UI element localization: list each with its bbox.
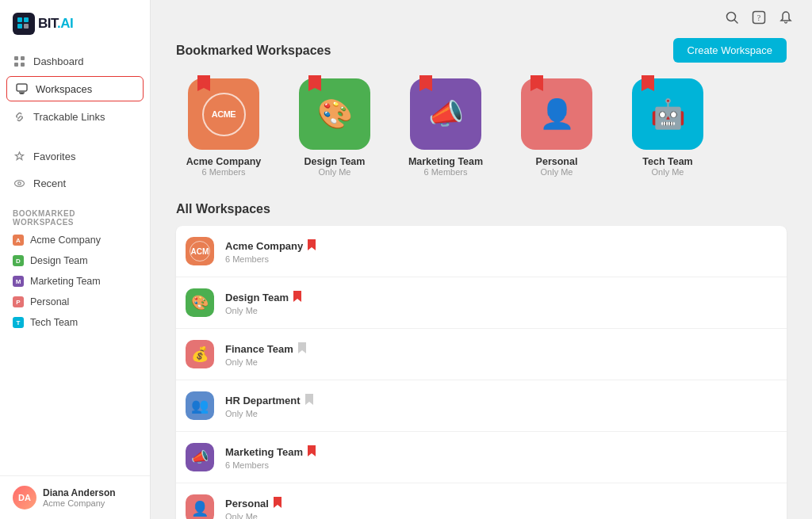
top-bar: ?	[151, 0, 812, 38]
list-item-finance[interactable]: 💰 Finance Team Only Me	[176, 329, 787, 380]
user-info: Diana Anderson Acme Company	[43, 487, 116, 508]
bookmark-badge-acme	[197, 75, 210, 91]
bookmarked-cards-list: ACME Acme Company 6 Members 🎨 Design Tea…	[176, 78, 787, 177]
nav-workspaces-label: Workspaces	[36, 83, 92, 95]
svg-rect-7	[21, 63, 25, 67]
sidebar-design-label: Design Team	[30, 255, 88, 266]
nav-favorites[interactable]: Favorites	[0, 143, 150, 170]
create-workspace-button[interactable]: Create Workspace	[673, 38, 787, 63]
card-tech[interactable]: 🤖 Tech Team Only Me	[620, 78, 715, 177]
all-workspaces-title: All Workspaces	[176, 202, 787, 216]
svg-rect-8	[17, 84, 27, 91]
svg-text:?: ?	[757, 13, 761, 22]
list-finance-icon: 💰	[186, 340, 214, 368]
card-tech-meta: Only Me	[652, 167, 684, 177]
bookmarked-header: Bookmarked Workspaces Create Workspace	[176, 38, 787, 63]
user-profile[interactable]: DA Diana Anderson Acme Company	[0, 475, 150, 519]
logo-icon	[13, 13, 35, 35]
nav-trackable-links-label: Trackable Links	[33, 111, 105, 123]
workspaces-icon	[15, 82, 28, 95]
personal-bookmark-icon	[274, 497, 282, 510]
list-design-name: Design Team	[225, 291, 777, 304]
search-icon[interactable]	[725, 10, 739, 28]
card-tech-name: Tech Team	[642, 156, 692, 167]
card-design-name: Design Team	[304, 156, 366, 167]
bookmark-badge-marketing	[419, 75, 432, 91]
list-design-meta: Only Me	[225, 306, 777, 315]
list-personal-name: Personal	[225, 497, 777, 510]
sidebar-tech-label: Tech Team	[30, 317, 78, 328]
hr-bookmark-icon	[305, 394, 313, 407]
card-personal-meta: Only Me	[541, 167, 573, 177]
list-item-acme[interactable]: ACM Acme Company 6 Members	[176, 226, 787, 277]
card-marketing-meta: 6 Members	[423, 167, 467, 177]
acme-bookmark-icon	[308, 239, 316, 253]
primary-nav: Dashboard Workspaces Trackable Links	[0, 44, 150, 133]
sidebar-personal-label: Personal	[30, 296, 69, 307]
all-workspaces-list: ACM Acme Company 6 Members 🎨 Design Team	[176, 226, 787, 519]
list-finance-name: Finance Team	[225, 342, 777, 356]
list-acme-name: Acme Company	[225, 239, 777, 253]
card-acme-meta: 6 Members	[201, 167, 245, 177]
tech-icon: 🤖	[650, 97, 686, 131]
tech-dot: T	[13, 317, 24, 328]
list-item-design[interactable]: 🎨 Design Team Only Me	[176, 277, 787, 329]
user-avatar: DA	[13, 486, 36, 509]
card-marketing[interactable]: 📣 Marketing Team 6 Members	[398, 78, 493, 177]
eye-icon	[13, 177, 25, 189]
list-acme-icon: ACM	[186, 237, 214, 265]
list-finance-meta: Only Me	[225, 357, 777, 367]
acme-icon: ACME	[202, 93, 246, 136]
list-marketing-info: Marketing Team 6 Members	[225, 445, 777, 470]
list-personal-icon: 👤	[186, 494, 214, 519]
card-design-meta: Only Me	[319, 167, 351, 177]
list-marketing-meta: 6 Members	[225, 460, 777, 470]
logo: BIT.AI	[0, 0, 150, 44]
sidebar-marketing-label: Marketing Team	[30, 276, 101, 287]
sidebar-item-acme[interactable]: A Acme Company	[0, 230, 150, 250]
logo-text: BIT.AI	[38, 16, 73, 32]
nav-dashboard[interactable]: Dashboard	[0, 48, 150, 74]
list-marketing-name: Marketing Team	[225, 445, 777, 459]
card-personal-name: Personal	[536, 156, 578, 167]
card-acme[interactable]: ACME Acme Company 6 Members	[176, 78, 271, 177]
bookmark-badge-tech	[642, 75, 654, 91]
nav-workspaces[interactable]: Workspaces	[6, 76, 144, 101]
nav-favorites-label: Favorites	[33, 151, 75, 162]
svg-rect-5	[21, 56, 25, 60]
sidebar-bookmarked-list: A Acme Company D Design Team M Marketing…	[0, 230, 150, 333]
list-personal-info: Personal Only Me	[225, 497, 777, 520]
list-hr-meta: Only Me	[225, 409, 777, 418]
list-design-icon: 🎨	[186, 288, 214, 317]
svg-rect-2	[17, 24, 22, 29]
star-icon	[13, 150, 25, 162]
svg-point-12	[17, 181, 21, 185]
svg-rect-1	[24, 17, 29, 22]
main-content: ? Bookmarked Workspaces Create Workspace…	[151, 0, 812, 519]
card-personal[interactable]: 👤 Personal Only Me	[509, 78, 604, 177]
card-design[interactable]: 🎨 Design Team Only Me	[287, 78, 382, 177]
design-icon: 🎨	[317, 97, 353, 131]
sidebar-item-personal[interactable]: P Personal	[0, 292, 150, 312]
nav-trackable-links[interactable]: Trackable Links	[0, 103, 150, 130]
nav-recent[interactable]: Recent	[0, 170, 150, 197]
list-item-hr[interactable]: 👥 HR Department Only Me	[176, 380, 787, 432]
user-company: Acme Company	[43, 498, 116, 508]
sidebar-acme-label: Acme Company	[30, 235, 101, 246]
svg-rect-6	[14, 63, 18, 67]
bookmarked-title: Bookmarked Workspaces	[176, 44, 331, 58]
bookmarked-section-title: BOOKMARKED WORKSPACES	[0, 200, 150, 230]
sidebar-item-marketing[interactable]: M Marketing Team	[0, 271, 150, 292]
marketing-icon: 📣	[428, 97, 464, 131]
bell-icon[interactable]	[779, 10, 793, 28]
finance-bookmark-icon	[298, 342, 306, 356]
bookmark-badge-personal	[530, 75, 543, 91]
help-icon[interactable]: ?	[752, 10, 766, 28]
sidebar-item-tech[interactable]: T Tech Team	[0, 312, 150, 333]
secondary-nav: Favorites Recent	[0, 139, 150, 200]
list-item-personal[interactable]: 👤 Personal Only Me	[176, 483, 787, 519]
card-marketing-name: Marketing Team	[408, 156, 483, 167]
list-hr-icon: 👥	[186, 391, 214, 420]
sidebar-item-design[interactable]: D Design Team	[0, 250, 150, 271]
list-item-marketing[interactable]: 📣 Marketing Team 6 Members	[176, 432, 787, 483]
